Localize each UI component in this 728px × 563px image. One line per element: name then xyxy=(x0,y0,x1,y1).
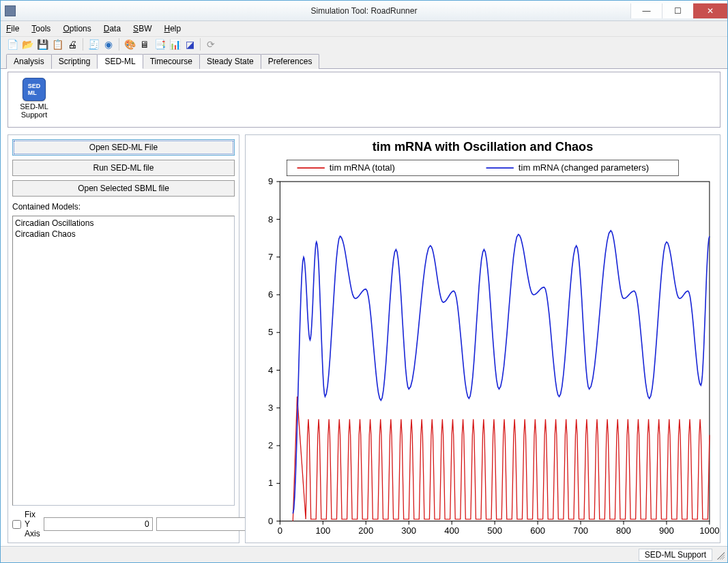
svg-text:900: 900 xyxy=(659,525,674,536)
sed-ml-panel: SEDML SED-MLSupport xyxy=(8,72,720,128)
toolbar: 📄 📂 💾 📋 🖨 🧾 ◉ 🎨 🖥 📑 📊 ◪ ⟳ xyxy=(1,37,727,53)
fix-y-axis-checkbox[interactable] xyxy=(12,520,21,529)
svg-text:9: 9 xyxy=(268,176,273,186)
open-sedml-button[interactable]: Open SED-ML File xyxy=(12,139,235,156)
menu-bar: File Tools Options Data SBW Help xyxy=(1,21,727,37)
tab-steady-state[interactable]: Steady State xyxy=(199,54,261,69)
tab-analysis[interactable]: Analysis xyxy=(6,54,52,69)
sedml-support-item[interactable]: SEDML SED-MLSupport xyxy=(14,78,55,119)
menu-sbw[interactable]: SBW xyxy=(133,24,151,33)
svg-text:500: 500 xyxy=(487,525,502,536)
save-icon[interactable]: 💾 xyxy=(36,38,48,50)
menu-file[interactable]: File xyxy=(6,24,19,33)
open-icon[interactable]: 📂 xyxy=(21,38,33,50)
svg-text:7: 7 xyxy=(268,252,273,262)
sedml-item-label: SED-MLSupport xyxy=(20,102,48,119)
export-icon[interactable]: 📑 xyxy=(154,38,166,50)
close-button[interactable]: ✕ xyxy=(693,3,727,18)
chart-svg: tim mRNA with Oscillation and Chaostim m… xyxy=(246,135,720,543)
tab-preferences[interactable]: Preferences xyxy=(261,54,320,69)
device-icon[interactable]: 🖥 xyxy=(139,38,151,50)
title-bar: Simulation Tool: RoadRunner — ☐ ✕ xyxy=(1,1,727,21)
svg-text:2: 2 xyxy=(268,440,273,450)
menu-tools[interactable]: Tools xyxy=(31,24,50,33)
checklist-icon[interactable]: 📋 xyxy=(51,38,63,50)
models-listbox[interactable]: Circadian Oscillations Circadian Chaos xyxy=(12,216,235,506)
list-item[interactable]: Circadian Chaos xyxy=(15,229,232,240)
tab-strip: Analysis Scripting SED-ML Timecourse Ste… xyxy=(1,53,727,69)
open-sbml-button[interactable]: Open Selected SBML file xyxy=(12,180,235,197)
tab-sed-ml[interactable]: SED-ML xyxy=(97,54,143,69)
svg-text:400: 400 xyxy=(444,525,459,536)
svg-text:3: 3 xyxy=(268,403,273,413)
list-item[interactable]: Circadian Oscillations xyxy=(15,218,232,229)
resize-grip[interactable] xyxy=(715,550,725,560)
svg-text:200: 200 xyxy=(358,525,373,536)
svg-text:5: 5 xyxy=(268,327,273,337)
svg-text:800: 800 xyxy=(616,525,631,536)
svg-text:1000: 1000 xyxy=(699,525,719,536)
module-icon[interactable]: ◪ xyxy=(184,38,196,50)
settings-icon[interactable]: 🧾 xyxy=(87,38,100,50)
help-icon[interactable]: ◉ xyxy=(102,38,115,50)
chart-area: tim mRNA with Oscillation and Chaostim m… xyxy=(245,134,720,543)
ymin-input[interactable] xyxy=(44,517,153,531)
svg-text:0: 0 xyxy=(268,516,273,526)
svg-text:tim mRNA (changed parameters): tim mRNA (changed parameters) xyxy=(519,162,649,173)
svg-text:1: 1 xyxy=(268,478,273,488)
svg-rect-6 xyxy=(280,182,710,521)
svg-text:tim mRNA (total): tim mRNA (total) xyxy=(330,162,395,173)
window-title: Simulation Tool: RoadRunner xyxy=(311,6,418,16)
svg-text:100: 100 xyxy=(315,525,330,536)
fix-y-axis-label: Fix Y Axis xyxy=(25,510,40,538)
svg-text:tim mRNA with Oscillation and : tim mRNA with Oscillation and Chaos xyxy=(373,139,594,154)
menu-help[interactable]: Help xyxy=(164,24,181,33)
menu-options[interactable]: Options xyxy=(63,24,91,33)
status-cell: SED-ML Support xyxy=(639,549,712,561)
new-icon[interactable]: 📄 xyxy=(6,38,18,50)
status-bar: SED-ML Support xyxy=(1,546,727,562)
tab-timecourse[interactable]: Timecourse xyxy=(143,54,200,69)
tab-scripting[interactable]: Scripting xyxy=(51,54,98,69)
svg-text:600: 600 xyxy=(530,525,545,536)
run-sedml-button[interactable]: Run SED-ML file xyxy=(12,160,235,176)
sedml-icon: SEDML xyxy=(23,78,46,101)
palette-icon[interactable]: 🎨 xyxy=(123,38,136,50)
svg-text:4: 4 xyxy=(268,364,274,375)
left-panel: Open SED-ML File Run SED-ML file Open Se… xyxy=(8,134,239,543)
menu-data[interactable]: Data xyxy=(104,24,121,33)
svg-text:6: 6 xyxy=(268,289,273,300)
contained-models-label: Contained Models: xyxy=(12,202,235,212)
refresh-icon[interactable]: ⟳ xyxy=(205,38,217,50)
svg-text:8: 8 xyxy=(268,214,273,224)
svg-text:0: 0 xyxy=(278,525,282,536)
app-icon xyxy=(5,5,16,16)
minimize-button[interactable]: — xyxy=(630,3,662,18)
svg-text:700: 700 xyxy=(573,525,588,536)
svg-text:300: 300 xyxy=(401,525,416,536)
print-icon[interactable]: 🖨 xyxy=(66,38,78,50)
chart-icon[interactable]: 📊 xyxy=(169,38,181,50)
maximize-button[interactable]: ☐ xyxy=(662,3,693,18)
